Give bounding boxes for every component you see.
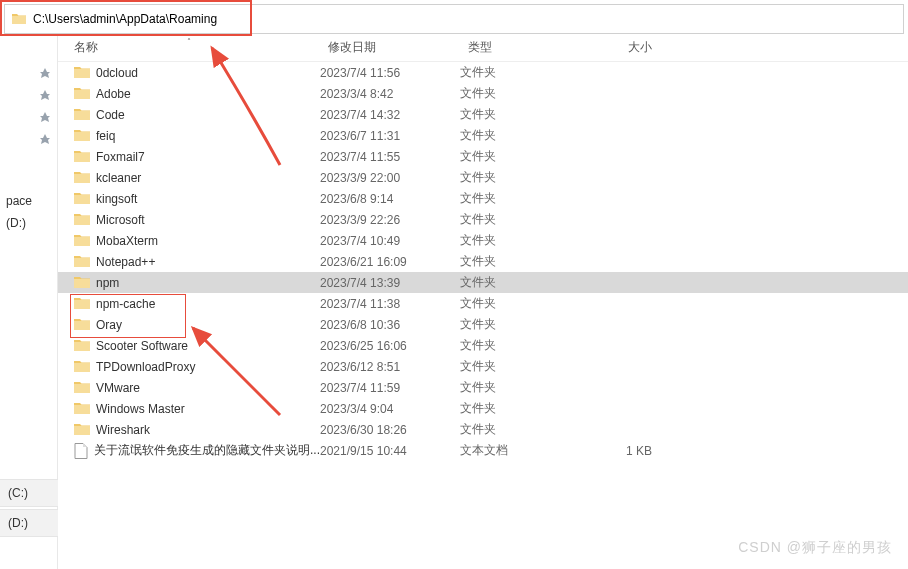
col-header-name[interactable]: 名称 ˄ [58,39,320,56]
table-row[interactable]: Foxmail72023/7/4 11:55文件夹 [58,146,908,167]
cell-type: 文件夹 [460,148,580,165]
quick-access-pin[interactable] [0,128,57,150]
cell-name: MobaXterm [58,234,320,248]
cell-date: 2023/6/21 16:09 [320,255,460,269]
cell-date: 2023/7/4 11:38 [320,297,460,311]
cell-date: 2023/3/9 22:00 [320,171,460,185]
table-row[interactable]: Windows Master2023/3/4 9:04文件夹 [58,398,908,419]
cell-name: Foxmail7 [58,150,320,164]
item-name: npm-cache [96,297,155,311]
sidebar-label[interactable]: (D:) [0,212,57,234]
address-input[interactable] [33,5,903,33]
col-header-type[interactable]: 类型 [460,39,580,56]
table-row[interactable]: npm-cache2023/7/4 11:38文件夹 [58,293,908,314]
item-name: Scooter Software [96,339,188,353]
col-header-size[interactable]: 大小 [580,39,660,56]
sidebar-label[interactable]: pace [0,190,57,212]
table-row[interactable]: kingsoft2023/6/8 9:14文件夹 [58,188,908,209]
cell-date: 2023/6/8 9:14 [320,192,460,206]
table-row[interactable]: kcleaner2023/3/9 22:00文件夹 [58,167,908,188]
cell-name: Scooter Software [58,339,320,353]
sidebar-drive[interactable]: (D:) [0,509,58,537]
table-row[interactable]: VMware2023/7/4 11:59文件夹 [58,377,908,398]
cell-type: 文件夹 [460,127,580,144]
cell-type: 文本文档 [460,442,580,459]
item-name: MobaXterm [96,234,158,248]
cell-date: 2023/7/4 14:32 [320,108,460,122]
table-row[interactable]: 关于流氓软件免疫生成的隐藏文件夹说明...2021/9/15 10:44文本文档… [58,440,908,461]
table-row[interactable]: Adobe2023/3/4 8:42文件夹 [58,83,908,104]
table-row[interactable]: 0dcloud2023/7/4 11:56文件夹 [58,62,908,83]
cell-name: kcleaner [58,171,320,185]
item-name: Windows Master [96,402,185,416]
table-row[interactable]: MobaXterm2023/7/4 10:49文件夹 [58,230,908,251]
col-header-date[interactable]: 修改日期 [320,39,460,56]
cell-name: npm-cache [58,297,320,311]
cell-name: feiq [58,129,320,143]
cell-type: 文件夹 [460,358,580,375]
cell-date: 2023/7/4 13:39 [320,276,460,290]
cell-name: npm [58,276,320,290]
cell-name: VMware [58,381,320,395]
item-name: kingsoft [96,192,137,206]
table-row[interactable]: feiq2023/6/7 11:31文件夹 [58,125,908,146]
item-name: Notepad++ [96,255,155,269]
cell-date: 2021/9/15 10:44 [320,444,460,458]
cell-date: 2023/7/4 11:56 [320,66,460,80]
table-row[interactable]: Oray2023/6/8 10:36文件夹 [58,314,908,335]
cell-date: 2023/6/25 16:06 [320,339,460,353]
cell-type: 文件夹 [460,253,580,270]
cell-type: 文件夹 [460,232,580,249]
cell-type: 文件夹 [460,421,580,438]
table-row[interactable]: TPDownloadProxy2023/6/12 8:51文件夹 [58,356,908,377]
folder-icon [11,11,27,27]
cell-size: 1 KB [580,444,660,458]
cell-date: 2023/7/4 10:49 [320,234,460,248]
item-name: npm [96,276,119,290]
cell-date: 2023/6/7 11:31 [320,129,460,143]
item-name: 关于流氓软件免疫生成的隐藏文件夹说明... [94,442,320,459]
cell-type: 文件夹 [460,295,580,312]
item-name: Oray [96,318,122,332]
table-row[interactable]: Microsoft2023/3/9 22:26文件夹 [58,209,908,230]
cell-type: 文件夹 [460,274,580,291]
table-row[interactable]: Notepad++2023/6/21 16:09文件夹 [58,251,908,272]
cell-name: Windows Master [58,402,320,416]
cell-type: 文件夹 [460,379,580,396]
item-name: Adobe [96,87,131,101]
column-headers: 名称 ˄ 修改日期 类型 大小 [58,34,908,62]
address-bar[interactable] [4,4,904,34]
cell-type: 文件夹 [460,316,580,333]
table-row[interactable]: npm2023/7/4 13:39文件夹 [58,272,908,293]
cell-type: 文件夹 [460,337,580,354]
cell-name: Notepad++ [58,255,320,269]
cell-date: 2023/6/12 8:51 [320,360,460,374]
cell-type: 文件夹 [460,400,580,417]
cell-type: 文件夹 [460,106,580,123]
cell-type: 文件夹 [460,64,580,81]
quick-access-pin[interactable] [0,62,57,84]
item-name: Wireshark [96,423,150,437]
table-row[interactable]: Scooter Software2023/6/25 16:06文件夹 [58,335,908,356]
cell-date: 2023/6/8 10:36 [320,318,460,332]
quick-access-pin[interactable] [0,106,57,128]
item-name: kcleaner [96,171,141,185]
cell-type: 文件夹 [460,85,580,102]
cell-date: 2023/3/4 8:42 [320,87,460,101]
cell-name: 0dcloud [58,66,320,80]
file-list: 名称 ˄ 修改日期 类型 大小 0dcloud2023/7/4 11:56文件夹… [58,34,908,569]
cell-name: kingsoft [58,192,320,206]
watermark: CSDN @狮子座的男孩 [738,539,892,557]
col-header-label: 名称 [74,40,98,54]
cell-name: TPDownloadProxy [58,360,320,374]
sidebar-drive[interactable]: (C:) [0,479,58,507]
table-row[interactable]: Wireshark2023/6/30 18:26文件夹 [58,419,908,440]
cell-name: Wireshark [58,423,320,437]
item-name: Foxmail7 [96,150,145,164]
cell-name: 关于流氓软件免疫生成的隐藏文件夹说明... [58,442,320,459]
cell-type: 文件夹 [460,169,580,186]
cell-date: 2023/7/4 11:59 [320,381,460,395]
cell-date: 2023/6/30 18:26 [320,423,460,437]
table-row[interactable]: Code2023/7/4 14:32文件夹 [58,104,908,125]
quick-access-pin[interactable] [0,84,57,106]
